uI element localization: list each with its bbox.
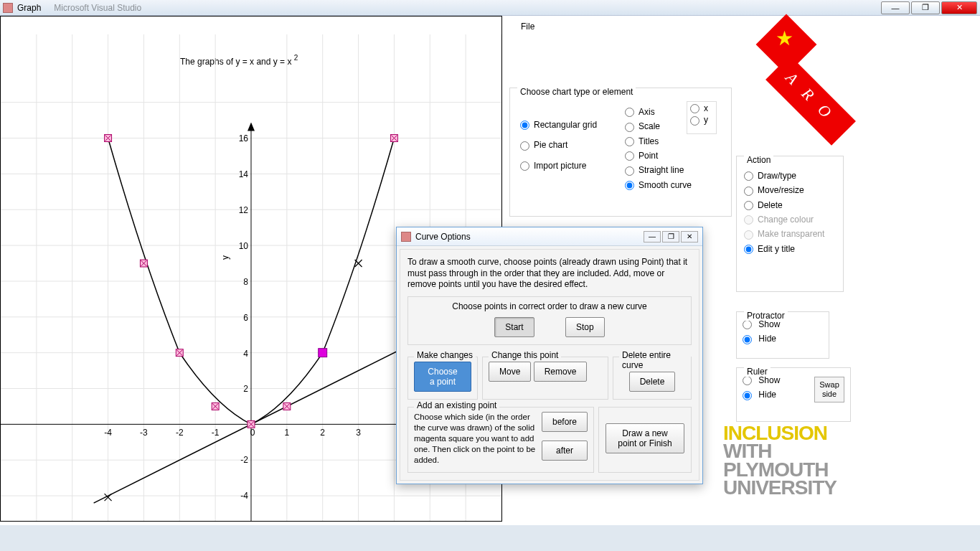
element-scale[interactable]: Scale xyxy=(625,121,692,131)
action-change-colour: Change colour xyxy=(744,215,824,225)
svg-text:8: 8 xyxy=(243,277,248,287)
app-titlebar: Graph Microsoft Visual Studio — ❐ ✕ xyxy=(0,0,980,16)
move-button[interactable]: Move xyxy=(489,362,531,382)
file-menu[interactable]: File xyxy=(512,17,543,36)
protractor-show[interactable]: Show xyxy=(743,319,829,329)
svg-text:10: 10 xyxy=(239,241,249,251)
svg-text:y: y xyxy=(220,255,230,260)
element-straight-line[interactable]: Straight line xyxy=(625,165,692,175)
svg-text:14: 14 xyxy=(239,169,249,179)
svg-text:6: 6 xyxy=(243,313,248,323)
svg-text:3: 3 xyxy=(356,428,361,438)
aro-ribbon-logo: ARO ★ xyxy=(750,16,872,131)
choose-group-label: Choose chart type or element xyxy=(517,87,636,97)
dialog-minimize-button[interactable]: — xyxy=(644,231,661,242)
start-button[interactable]: Start xyxy=(494,317,534,337)
svg-text:-4: -4 xyxy=(240,491,248,501)
before-button[interactable]: before xyxy=(542,412,588,432)
choose-a-point-button[interactable]: Choose a point xyxy=(414,362,471,392)
element-axis[interactable]: Axis xyxy=(625,107,692,117)
delete-curve-label: Delete entire curve xyxy=(619,350,691,370)
chart-type-rectangular-grid[interactable]: Rectangular grid xyxy=(520,120,597,130)
svg-text:-2: -2 xyxy=(176,428,184,438)
remove-button[interactable]: Remove xyxy=(534,362,588,382)
svg-text:4: 4 xyxy=(243,349,248,359)
element-smooth-curve[interactable]: Smooth curve xyxy=(625,180,692,190)
svg-text:-3: -3 xyxy=(140,428,148,438)
svg-text:2: 2 xyxy=(243,384,248,394)
app-icon xyxy=(3,3,13,13)
action-delete[interactable]: Delete xyxy=(744,200,824,210)
add-existing-label: Add an existing point xyxy=(414,400,499,410)
dialog-maximize-button[interactable]: ❐ xyxy=(662,231,679,242)
svg-text:2: 2 xyxy=(320,428,325,438)
stop-button[interactable]: Stop xyxy=(565,317,605,337)
window-title: Graph xyxy=(17,3,41,13)
curve-options-dialog: Curve Options — ❐ ✕ To draw a smooth cur… xyxy=(396,227,703,484)
svg-marker-27 xyxy=(248,123,255,131)
plymouth-logo: INCLUSION WITH PLYMOUTH UNIVERSITY xyxy=(723,424,837,496)
action-draw-type[interactable]: Draw/type xyxy=(744,171,824,181)
protractor-label: Protractor xyxy=(744,311,788,321)
dialog-title: Curve Options xyxy=(415,232,471,242)
svg-text:-4: -4 xyxy=(104,428,112,438)
svg-text:-2: -2 xyxy=(240,455,248,465)
action-make-transparent: Make transparent xyxy=(744,229,824,239)
after-button[interactable]: after xyxy=(542,441,588,461)
axis-y[interactable]: y xyxy=(690,115,713,125)
action-edit-y-title[interactable]: Edit y title xyxy=(744,244,824,254)
dialog-close-button[interactable]: ✕ xyxy=(681,231,698,242)
choose-points-label: Choose points in correct order to draw a… xyxy=(414,301,685,311)
action-group-label: Action xyxy=(744,155,773,165)
svg-text:16: 16 xyxy=(239,134,249,144)
svg-text:12: 12 xyxy=(239,205,249,215)
dialog-icon xyxy=(401,232,411,242)
svg-text:-1: -1 xyxy=(212,428,220,438)
svg-text:1: 1 xyxy=(285,428,290,438)
svg-rect-70 xyxy=(319,349,327,357)
maximize-button[interactable]: ❐ xyxy=(911,1,940,14)
axis-x[interactable]: x xyxy=(690,103,713,113)
delete-button[interactable]: Delete xyxy=(629,372,676,392)
swap-side-button[interactable]: Swap side xyxy=(814,377,844,402)
star-icon: ★ xyxy=(776,27,793,50)
ruler-label: Ruler xyxy=(744,367,771,377)
add-existing-desc: Choose which side (in the order the curv… xyxy=(414,412,536,466)
element-titles[interactable]: Titles xyxy=(625,136,692,146)
change-this-point-label: Change this point xyxy=(489,350,561,360)
close-button[interactable]: ✕ xyxy=(941,1,977,14)
make-changes-label: Make changes xyxy=(414,350,476,360)
minimize-button[interactable]: — xyxy=(881,1,910,14)
draw-or-finish-button[interactable]: Draw a new point or Finish xyxy=(606,423,684,453)
svg-text:0: 0 xyxy=(250,428,255,438)
chart-type-pie-chart[interactable]: Pie chart xyxy=(520,140,597,150)
chart-type-import-picture[interactable]: Import picture xyxy=(520,161,597,171)
element-point[interactable]: Point xyxy=(625,151,692,161)
dialog-intro: To draw a smooth curve, choose points (a… xyxy=(407,257,692,291)
window-subtitle: Microsoft Visual Studio xyxy=(54,3,141,13)
protractor-hide[interactable]: Hide xyxy=(743,334,829,344)
action-move-resize[interactable]: Move/resize xyxy=(744,185,824,195)
